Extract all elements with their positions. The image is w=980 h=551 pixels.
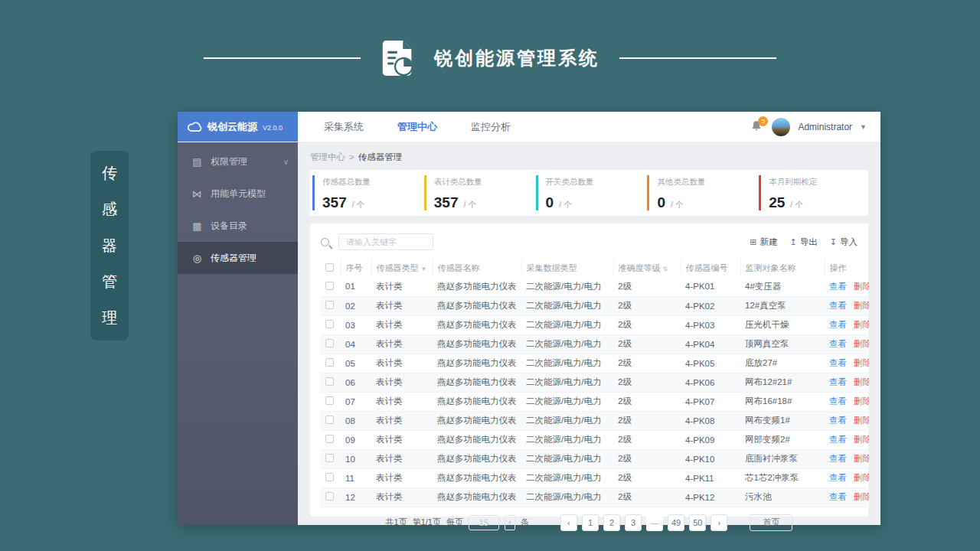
table-header-row: 序号传感器类型▼传感器名称采集数据类型准确度等级⇅传感器编号监测对象名称操作 (321, 259, 869, 277)
filter-icon[interactable]: ▼ (421, 266, 427, 272)
page-button-49[interactable]: 49 (668, 514, 684, 531)
notification-bell-icon[interactable]: 5 (750, 120, 764, 134)
delete-link[interactable]: 删除 (854, 301, 869, 310)
cell-no: 08 (341, 411, 371, 430)
search-input[interactable] (338, 233, 433, 250)
pagination-bar: 共1页 第1/1页 每页 15 ▾ 条 ‹ 123—4950 › 首页 (321, 507, 858, 531)
total-pages: 共1页 (386, 517, 407, 528)
sort-icon[interactable]: ⇅ (663, 266, 668, 272)
cell-code: 4-PK01 (681, 277, 740, 296)
delete-link[interactable]: 删除 (854, 454, 869, 463)
sidebar: ▤ 权限管理 ∨ ⋈ 用能单元模型 ▦ 设备目录 ◎ 传感器管理 (178, 142, 298, 525)
delete-link[interactable]: 删除 (854, 282, 869, 291)
row-checkbox[interactable] (325, 358, 334, 367)
cell-code: 4-PK03 (681, 315, 740, 334)
view-link[interactable]: 查看 (829, 301, 847, 310)
delete-link[interactable]: 删除 (854, 358, 869, 367)
cell-code: 4-PK08 (681, 411, 740, 430)
per-page-select[interactable]: 15 (469, 515, 499, 530)
cell-data-type: 二次能源/电力/电力 (521, 468, 613, 487)
page-button-3[interactable]: 3 (625, 514, 642, 531)
cell-type: 表计类 (371, 468, 433, 487)
view-link[interactable]: 查看 (829, 377, 847, 386)
prev-page-button[interactable]: ‹ (560, 514, 577, 531)
page-button-50[interactable]: 50 (689, 514, 706, 531)
cell-data-type: 二次能源/电力/电力 (521, 334, 613, 354)
cell-code: 4-PK11 (681, 468, 740, 487)
cell-type: 表计类 (371, 277, 433, 296)
delete-link[interactable]: 删除 (854, 320, 869, 329)
delete-link[interactable]: 删除 (854, 492, 869, 501)
new-button[interactable]: ⊞新建 (750, 236, 777, 248)
view-link[interactable]: 查看 (829, 358, 847, 367)
breadcrumb-parent[interactable]: 管理中心 (310, 152, 345, 161)
view-link[interactable]: 查看 (829, 320, 847, 329)
row-checkbox[interactable] (325, 282, 334, 290)
view-link[interactable]: 查看 (829, 435, 847, 444)
per-page-label: 每页 (446, 517, 463, 528)
row-checkbox[interactable] (325, 339, 334, 347)
delete-link[interactable]: 删除 (854, 396, 869, 406)
row-checkbox[interactable] (325, 473, 334, 481)
delete-link[interactable]: 删除 (854, 377, 869, 386)
pager: ‹ 123—4950 › (560, 514, 728, 531)
page-button-1[interactable]: 1 (582, 514, 599, 531)
row-checkbox[interactable] (325, 301, 334, 309)
delete-link[interactable]: 删除 (854, 416, 869, 425)
cell-accuracy: 2级 (613, 468, 681, 487)
row-checkbox[interactable] (325, 377, 334, 386)
cell-no: 03 (341, 315, 371, 334)
row-checkbox[interactable] (325, 454, 334, 462)
breadcrumb-current: 传感器管理 (358, 152, 403, 161)
view-link[interactable]: 查看 (829, 282, 847, 291)
view-link[interactable]: 查看 (829, 416, 847, 425)
topnav-item[interactable]: 管理中心 (397, 120, 437, 134)
sidebar-item-3[interactable]: ◎ 传感器管理 (178, 242, 298, 274)
content: 管理中心>传感器管理 传感器总数量 357 / 个 表计类总数量 357 / 个… (298, 142, 880, 525)
app-version: V2.0.0 (263, 124, 283, 132)
export-button[interactable]: ↥导出 (790, 236, 818, 248)
row-checkbox[interactable] (325, 492, 334, 500)
stat-label: 传感器总数量 (322, 177, 371, 187)
chevron-down-icon[interactable]: ▼ (860, 123, 867, 131)
topnav-item[interactable]: 监控分析 (471, 120, 511, 134)
cell-no: 04 (341, 334, 371, 354)
column-header: 监测对象名称 (740, 259, 825, 277)
view-link[interactable]: 查看 (829, 473, 847, 482)
import-button[interactable]: ↧导入 (830, 236, 858, 248)
avatar[interactable] (772, 118, 790, 136)
stat-label: 开关类总数量 (546, 177, 594, 187)
sidebar-item-0[interactable]: ▤ 权限管理 ∨ (178, 145, 298, 178)
stat-value: 357 (322, 194, 347, 211)
delete-link[interactable]: 删除 (854, 435, 869, 444)
select-all-checkbox[interactable] (325, 263, 334, 272)
cell-no: 09 (341, 430, 371, 449)
first-page-button[interactable]: 首页 (750, 514, 792, 531)
cell-accuracy: 2级 (613, 354, 681, 373)
stat-card: 表计类总数量 357 / 个 (422, 170, 534, 216)
view-link[interactable]: 查看 (829, 492, 847, 501)
page-button-2[interactable]: 2 (603, 514, 620, 531)
search-icon[interactable] (321, 238, 329, 246)
view-link[interactable]: 查看 (829, 339, 847, 348)
topnav-item[interactable]: 采集系统 (324, 120, 364, 134)
row-checkbox[interactable] (325, 396, 334, 405)
row-checkbox[interactable] (325, 320, 334, 328)
view-link[interactable]: 查看 (829, 396, 847, 406)
stat-card: 其他类总数量 0 / 个 (645, 170, 756, 216)
cell-target: 4#变压器 (740, 277, 825, 296)
sidebar-item-2[interactable]: ▦ 设备目录 (178, 210, 298, 242)
current-page: 第1/1页 (413, 517, 441, 528)
next-page-button[interactable]: › (710, 514, 727, 531)
row-checkbox[interactable] (325, 416, 334, 424)
stat-label: 其他类总数量 (657, 177, 705, 187)
table-row: 07 表计类 燕赵多功能电力仪表 二次能源/电力/电力 2级 4-PK07 网布… (321, 392, 869, 411)
per-page-stepper-icon[interactable]: ▾ (505, 515, 515, 530)
delete-link[interactable]: 删除 (854, 339, 869, 348)
row-checkbox[interactable] (325, 435, 334, 443)
sidebar-item-1[interactable]: ⋈ 用能单元模型 (178, 178, 298, 210)
view-link[interactable]: 查看 (829, 454, 847, 463)
delete-link[interactable]: 删除 (854, 473, 869, 482)
stat-accent-bar (312, 175, 315, 210)
cloud-icon (188, 122, 202, 132)
